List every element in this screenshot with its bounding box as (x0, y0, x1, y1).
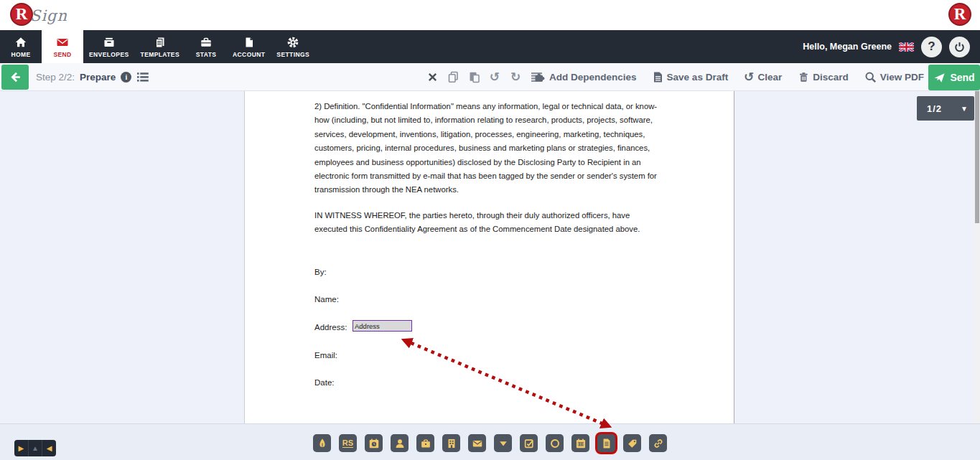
logout-button[interactable] (949, 37, 970, 57)
title-briefcase-icon (420, 438, 431, 449)
view-pdf-button[interactable]: View PDF (864, 71, 924, 83)
paper-plane-icon (933, 72, 946, 84)
scrollbar-thumb[interactable] (975, 91, 979, 223)
send-button[interactable]: Send (928, 65, 980, 90)
checkbox-icon (523, 438, 535, 449)
vertical-scrollbar[interactable] (974, 91, 980, 423)
info-icon[interactable]: i (121, 72, 131, 83)
page-number: 1/2 (927, 103, 942, 114)
calendar-icon (575, 438, 587, 449)
field-icons-row: RS (0, 434, 980, 452)
name-person-icon (394, 438, 406, 449)
header: R Sign R (0, 0, 980, 30)
label-tag-icon (627, 438, 638, 449)
tab-settings-label: SETTINGS (276, 51, 309, 58)
radio-field-button[interactable] (546, 434, 564, 452)
rsign-script-text: Sign (30, 7, 67, 24)
tab-stats-label: STATS (196, 51, 217, 58)
add-dependencies-button[interactable]: Add Dependencies (533, 71, 637, 83)
radio-button-icon (549, 438, 561, 449)
undo-button[interactable]: ↺ (487, 70, 502, 84)
discard-button[interactable]: Discard (798, 71, 849, 83)
back-button[interactable] (1, 65, 29, 90)
name-field-button[interactable] (391, 434, 409, 452)
list-icon[interactable] (136, 71, 149, 83)
chevron-down-icon: ▼ (961, 105, 968, 113)
save-as-draft-button[interactable]: Save as Draft (653, 71, 729, 83)
power-icon (953, 41, 966, 53)
delete-x-icon (427, 72, 438, 83)
title-field-button[interactable] (416, 434, 434, 452)
toolbar-actions: Add Dependencies Save as Draft ↺ Clear D… (533, 63, 924, 90)
templates-pages-icon (154, 36, 167, 49)
initials-rs-icon: RS (342, 438, 353, 448)
step-area: Step 2/2: Prepare i (36, 63, 149, 90)
tab-home[interactable]: HOME (0, 30, 42, 63)
save-as-draft-label: Save as Draft (667, 72, 729, 83)
hyperlink-field-button[interactable] (649, 434, 667, 452)
r-logo-right: R (948, 3, 971, 26)
send-envelope-icon (56, 36, 69, 49)
tab-stats[interactable]: STATS (185, 30, 227, 63)
doc-field-address: Address: (314, 323, 347, 332)
doc-field-by: By: (314, 268, 327, 276)
dropdown-field-button[interactable] (494, 434, 512, 452)
page-indicator-dropdown[interactable]: 1/2 ▼ (917, 96, 974, 121)
send-label: Send (950, 72, 974, 83)
email-envelope-icon (472, 438, 483, 449)
doc-paragraph-definition: 2) Definition. "Confidential Information… (314, 100, 659, 197)
copy-button[interactable] (446, 70, 460, 84)
clear-button[interactable]: ↺ Clear (744, 71, 782, 83)
address-field-input[interactable] (353, 320, 412, 332)
email-field-button[interactable] (468, 434, 486, 452)
signature-field-button[interactable] (313, 434, 331, 452)
dropdown-icon (498, 438, 509, 449)
stats-briefcase-icon (200, 36, 213, 49)
uk-flag-icon[interactable] (899, 42, 914, 52)
document-page: 2) Definition. "Confidential Information… (244, 91, 734, 423)
tab-templates[interactable]: TEMPLATES (135, 30, 185, 63)
prepare-toolbar: Step 2/2: Prepare i ↺ ↻ Add Dependencies… (0, 63, 980, 91)
account-pages-icon (243, 36, 256, 49)
add-dependencies-label: Add Dependencies (549, 72, 637, 83)
r-circle-icon: R (948, 3, 971, 26)
discard-label: Discard (813, 72, 849, 83)
redo-icon: ↻ (510, 71, 521, 83)
text-field-button[interactable] (597, 434, 615, 452)
home-icon (14, 36, 27, 49)
company-building-icon (446, 438, 457, 449)
date-signed-field-button[interactable] (365, 434, 383, 452)
paste-icon (468, 71, 480, 83)
tab-send-label: SEND (53, 51, 71, 58)
checkbox-field-button[interactable] (520, 434, 538, 452)
document-workspace: 2) Definition. "Confidential Information… (0, 91, 980, 423)
edit-icons-group: ↺ ↻ (425, 63, 543, 90)
delete-field-button[interactable] (425, 70, 439, 84)
clear-undo-icon: ↺ (744, 71, 754, 83)
help-button[interactable]: ? (921, 37, 942, 57)
initials-field-button[interactable]: RS (339, 434, 357, 452)
step-label: Step 2/2: (36, 72, 75, 83)
tab-envelopes[interactable]: ENVELOPES (83, 30, 135, 63)
tab-send[interactable]: SEND (42, 30, 83, 63)
doc-field-name: Name: (314, 295, 339, 304)
tab-account[interactable]: ACCOUNT (227, 30, 271, 63)
redo-button[interactable]: ↻ (508, 70, 523, 84)
step-name: Prepare (80, 72, 116, 83)
date-field-button[interactable] (571, 434, 589, 452)
nav-right: Hello, Megan Greene ? (803, 30, 980, 63)
doc-field-date: Date: (314, 378, 335, 387)
label-field-button[interactable] (623, 434, 641, 452)
hyperlink-icon (653, 438, 664, 449)
signature-icon (317, 438, 328, 449)
tab-settings[interactable]: SETTINGS (271, 30, 315, 63)
doc-paragraph-witness: IN WITNESS WHEREOF, the parties hereto, … (314, 209, 659, 237)
trash-icon (798, 71, 809, 83)
text-field-icon (601, 438, 612, 449)
company-field-button[interactable] (442, 434, 460, 452)
tab-home-label: HOME (11, 51, 30, 58)
undo-icon: ↺ (490, 71, 500, 83)
copy-icon (447, 71, 459, 83)
doc-field-email: Email: (314, 351, 337, 360)
paste-button[interactable] (467, 70, 481, 84)
